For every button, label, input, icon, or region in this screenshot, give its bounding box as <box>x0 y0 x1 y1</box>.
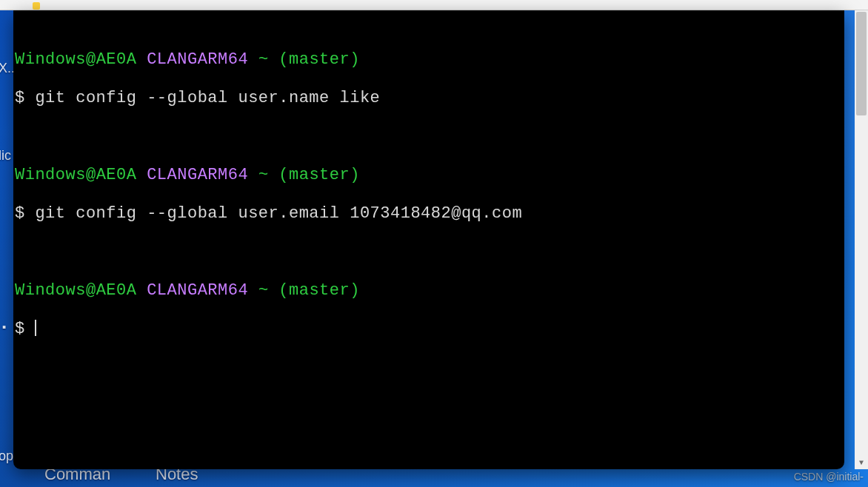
terminal-window[interactable]: Windows@AE0A CLANGARM64 ~ (master) $ git… <box>13 10 844 469</box>
prompt-host: AE0A <box>96 50 137 69</box>
prompt-user: Windows <box>15 166 86 184</box>
command-text: git config --global user.email 107341848… <box>35 204 522 223</box>
prompt-dollar: $ <box>15 204 25 223</box>
prompt-at: @ <box>86 281 96 300</box>
prompt-branch: (master) <box>278 166 360 184</box>
prompt-line: Windows@AE0A CLANGARM64 ~ (master) <box>15 281 844 300</box>
prompt-env: CLANGARM64 <box>147 166 248 184</box>
scrollbar-vertical[interactable]: ▲ ▼ <box>855 10 868 469</box>
desktop-fragment-op: op <box>0 449 13 464</box>
prompt-branch: (master) <box>278 50 360 69</box>
prompt-path: ~ <box>258 50 269 69</box>
window-titlebar-strip <box>0 0 868 10</box>
blank-line <box>15 243 844 262</box>
prompt-branch: (master) <box>278 281 360 300</box>
scrollbar-thumb[interactable] <box>856 12 867 115</box>
command-text: git config --global user.name like <box>35 89 380 107</box>
prompt-dollar: $ <box>15 320 25 338</box>
desktop-background: X.. lic . op Comman Notes CSDN @initial-… <box>0 0 868 487</box>
command-line: $ git config --global user.email 1073418… <box>15 204 844 224</box>
terminal-output[interactable]: Windows@AE0A CLANGARM64 ~ (master) $ git… <box>13 10 844 469</box>
active-prompt[interactable]: $ <box>15 320 844 339</box>
cursor-icon <box>35 320 36 336</box>
prompt-at: @ <box>86 50 96 69</box>
blank-line <box>15 127 844 147</box>
desktop-fragment-lic: lic <box>0 148 11 164</box>
prompt-host: AE0A <box>96 166 137 184</box>
watermark-text: CSDN @initial- <box>794 471 864 483</box>
prompt-env: CLANGARM64 <box>147 281 248 300</box>
prompt-user: Windows <box>15 281 86 300</box>
prompt-env: CLANGARM64 <box>147 50 248 69</box>
prompt-line: Windows@AE0A CLANGARM64 ~ (master) <box>15 166 844 185</box>
titlebar-indicator-icon <box>33 2 40 10</box>
desktop-fragment-dot: . <box>1 311 7 334</box>
desktop-fragment-x: X.. <box>0 61 15 76</box>
prompt-dollar: $ <box>15 89 25 107</box>
prompt-path: ~ <box>258 166 269 184</box>
prompt-at: @ <box>86 166 96 184</box>
command-line: $ git config --global user.name like <box>15 89 844 108</box>
scrollbar-arrow-down-icon[interactable]: ▼ <box>855 456 868 469</box>
prompt-path: ~ <box>258 281 269 300</box>
prompt-host: AE0A <box>96 281 137 300</box>
prompt-user: Windows <box>15 50 86 69</box>
prompt-line: Windows@AE0A CLANGARM64 ~ (master) <box>15 50 844 70</box>
